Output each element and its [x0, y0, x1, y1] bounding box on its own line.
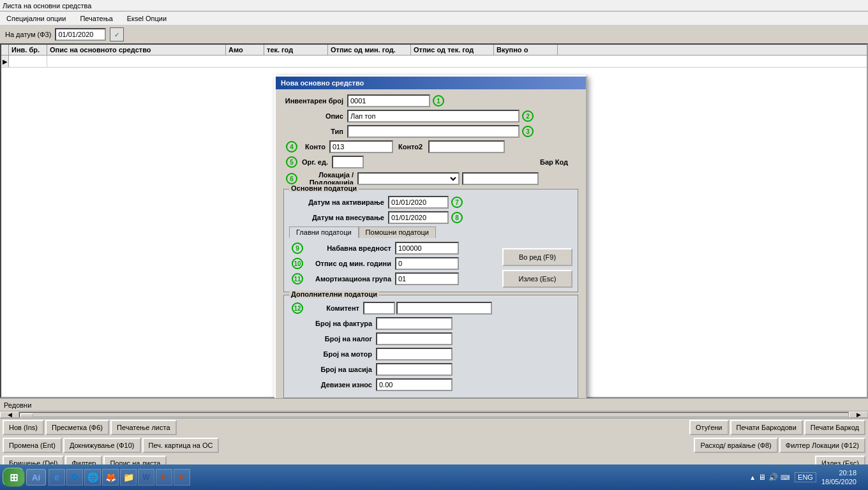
konto-row: 4 Конто Конто2 — [283, 140, 578, 153]
komitent-row: 12 Комитент — [289, 302, 572, 315]
menu-bar: Специјални опции Печатења Екsel Опции — [0, 11, 868, 26]
change-btn[interactable]: Промена (Ent) — [3, 438, 62, 453]
window-title: Листа на основни средства — [3, 2, 91, 10]
konto2-input[interactable] — [428, 140, 505, 153]
shasija-label: Број на шасија — [306, 366, 376, 373]
konto-label: Конто — [300, 143, 329, 151]
tab-glavni[interactable]: Главни податоци — [289, 226, 359, 238]
alienated-btn[interactable]: Отуѓени — [689, 420, 729, 435]
lokacija-select[interactable] — [357, 172, 460, 185]
col-amo: Амо — [226, 45, 264, 55]
taskbar-icon-word[interactable]: W — [138, 469, 154, 486]
taskbar: ⊞ Ai e O 🌐 🦊 📁 W H H ▲ 🖥 🔊 ⌨ ENG 20:18 1… — [0, 464, 868, 490]
otpis-min-label: Отпис од мин. години — [306, 260, 395, 267]
title-bar: Листа на основни средства — [0, 0, 868, 11]
badge-11: 11 — [292, 273, 303, 285]
org-ed-input[interactable] — [332, 156, 364, 168]
nalog-input[interactable] — [376, 332, 453, 345]
datum-aktiviranje-input[interactable] — [388, 196, 449, 209]
start-button[interactable]: ⊞ — [3, 468, 25, 487]
tab-fields: 9 Набавна вредност 10 Отпис од мин. годи… — [289, 242, 497, 288]
komitent-code-input[interactable] — [363, 302, 395, 315]
inventaren-row: Инвентарен број 1 — [283, 94, 578, 107]
org-ed-label: Орг. ед. — [300, 158, 332, 166]
col-otpis-min: Отпис од мин. год. — [328, 45, 411, 55]
taskbar-icon-chrome[interactable]: 🌐 — [84, 469, 101, 486]
col-opis: Опис на основното средство — [47, 45, 226, 55]
tab-pomocni[interactable]: Помошни податоци — [359, 226, 436, 238]
scroll-right[interactable]: ▶ — [849, 412, 868, 418]
opis-input[interactable] — [347, 110, 520, 122]
taskbar-datetime: 20:18 18/05/2020 — [821, 468, 857, 487]
datum-vnesuvanje-row: Датум на внесување 8 — [289, 211, 572, 224]
taskbar-icon-ie[interactable]: e — [49, 469, 65, 486]
col-vkupno: Вкупно о — [494, 45, 558, 55]
calc-btn[interactable]: Пресметка (Ф6) — [45, 420, 109, 435]
nabavna-input[interactable] — [395, 242, 459, 255]
shasija-input[interactable] — [376, 363, 453, 376]
taskbar-icon-helix2[interactable]: H — [174, 469, 190, 486]
col-otpis-tek: Отпис од тек. год — [411, 45, 494, 55]
taskbar-icon-helix1[interactable]: H — [156, 469, 172, 486]
faktura-input[interactable] — [376, 317, 453, 330]
section-osnovni-title: Основни податоци — [289, 184, 359, 192]
scroll-thumb[interactable] — [20, 413, 33, 417]
bar-kod-input[interactable] — [462, 172, 539, 185]
devizen-row: Девизен износ — [289, 378, 572, 391]
section-dopolnitelni-title: Дополнителни податоци — [289, 290, 379, 298]
filter-confirm-btn[interactable]: ✓ — [110, 27, 124, 41]
taskbar-lang[interactable]: ENG — [795, 472, 816, 482]
faktura-row: Број на фактура — [289, 317, 572, 330]
badge-2: 2 — [522, 110, 534, 122]
menu-pecatenja[interactable]: Печатења — [76, 13, 116, 24]
scroll-left[interactable]: ◀ — [0, 412, 19, 418]
taskbar-icon-firefox[interactable]: 🦊 — [102, 469, 119, 486]
menu-specijalni[interactable]: Специјални опции — [3, 13, 70, 24]
sys-icon-keyboard: ⌨ — [781, 474, 789, 481]
tab-content: 9 Набавна вредност 10 Отпис од мин. годи… — [289, 242, 572, 288]
badge-4: 4 — [286, 141, 297, 152]
status-text: Редовни — [4, 401, 31, 409]
print-barcode-btn[interactable]: Печати Баркод — [804, 420, 865, 435]
scroll-track[interactable] — [19, 412, 849, 417]
taskbar-icon-explorer[interactable]: 📁 — [120, 469, 137, 486]
taskbar-icon-outlook[interactable]: O — [66, 469, 83, 486]
datum-vnesuvanje-input[interactable] — [388, 211, 449, 224]
vo-red-btn[interactable]: Во ред (F9) — [502, 248, 572, 266]
komitent-name-input[interactable] — [396, 302, 492, 315]
expense-btn[interactable]: Расход/ враќање (Ф8) — [694, 438, 777, 453]
sys-icon-volume: 🔊 — [768, 473, 778, 482]
tabs: Главни податоци Помошни податоци — [289, 226, 572, 238]
konto2-label: Конто2 — [393, 143, 428, 151]
sys-icon-network: 🖥 — [758, 473, 766, 482]
inventaren-input[interactable] — [347, 94, 430, 107]
filter-location-btn[interactable]: Филтер Локации (Ф12) — [779, 438, 865, 453]
motor-input[interactable] — [376, 348, 453, 360]
devizen-input[interactable] — [376, 378, 453, 391]
tip-input[interactable] — [347, 125, 520, 138]
inventaren-label: Инвентарен број — [283, 97, 347, 105]
menu-eksel[interactable]: Екsel Опции — [123, 13, 170, 24]
nalog-label: Број на налог — [306, 335, 376, 343]
nabavna-row: 9 Набавна вредност — [289, 242, 497, 255]
datum-vnesuvanje-label: Датум на внесување — [289, 214, 388, 221]
modal-buttons: Во ред (F9) Излез (Esc) — [502, 242, 572, 288]
date-filter-input[interactable]: 01/01/2020 — [55, 28, 106, 41]
print-barcodes-btn[interactable]: Печати Баркодови — [730, 420, 803, 435]
faktura-label: Број на фактура — [306, 320, 376, 327]
print-card-btn[interactable]: Печ. картица на ОС — [142, 438, 220, 453]
doknjizuvanje-btn[interactable]: Докнижување (Ф10) — [63, 438, 141, 453]
badge-5: 5 — [286, 156, 297, 168]
izlez-btn[interactable]: Излез (Esc) — [502, 270, 572, 288]
taskbar-app-label: Ai — [32, 473, 40, 482]
amort-input[interactable] — [395, 272, 459, 285]
print-list-btn[interactable]: Печатење листа — [110, 420, 177, 435]
new-btn[interactable]: Нов (Ins) — [3, 420, 44, 435]
osnovni-section: Основни податоци Датум на активирање 7 Д… — [283, 189, 578, 292]
otpis-min-input[interactable] — [395, 257, 459, 270]
devizen-label: Девизен износ — [306, 381, 376, 389]
col-tek-god: тек. год — [264, 45, 328, 55]
konto-input[interactable] — [329, 140, 393, 153]
taskbar-app-main[interactable]: Ai — [26, 469, 46, 486]
taskbar-right: ▲ 🖥 🔊 ⌨ ENG 20:18 18/05/2020 — [749, 468, 865, 487]
